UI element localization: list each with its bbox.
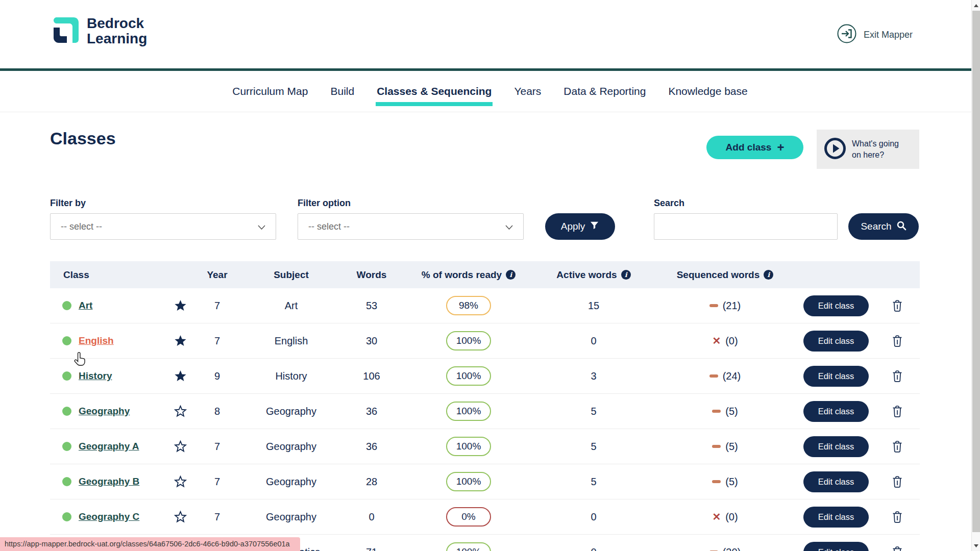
edit-class-button[interactable]: Edit class <box>803 507 869 528</box>
year-value: 7 <box>193 476 241 488</box>
class-link[interactable]: English <box>79 335 114 346</box>
scrollbar-thumb[interactable] <box>972 11 980 532</box>
star-outline-icon[interactable] <box>173 404 188 419</box>
class-link[interactable]: Geography <box>79 406 130 417</box>
ready-percent-badge: 100% <box>446 472 491 491</box>
edit-class-button[interactable]: Edit class <box>803 471 869 492</box>
class-link[interactable]: Art <box>79 300 92 311</box>
subject-value: English <box>241 335 341 347</box>
column-label: Class <box>63 269 89 281</box>
trash-icon[interactable] <box>874 440 920 454</box>
class-link[interactable]: Geography A <box>79 441 139 452</box>
nav-tab-curriculum-map[interactable]: Curriculum Map <box>232 85 308 97</box>
status-dot <box>62 301 71 310</box>
ready-percent-badge: 100% <box>446 366 491 386</box>
trash-icon[interactable] <box>874 510 920 524</box>
add-class-button[interactable]: Add class + <box>706 136 803 159</box>
star-outline-icon[interactable] <box>173 474 188 489</box>
whats-going-on-label: What's going on here? <box>852 138 899 160</box>
filter-by-select[interactable]: -- select -- <box>50 213 276 240</box>
status-dot <box>62 512 71 521</box>
exit-icon <box>837 23 857 46</box>
table-row: English7English30100%0✕(0)Edit class <box>50 323 920 359</box>
exit-mapper-button[interactable]: Exit Mapper <box>837 23 913 46</box>
sequenced-count: (5) <box>725 476 738 488</box>
sequenced-count: (0) <box>725 511 738 523</box>
column-header-class: Class <box>50 269 193 281</box>
trash-icon[interactable] <box>874 405 920 418</box>
table-row: History9History106100%3(24)Edit class <box>50 359 920 394</box>
sequenced-count: (5) <box>725 441 738 453</box>
edit-class-button[interactable]: Edit class <box>803 331 869 352</box>
words-value: 28 <box>341 476 402 488</box>
page-scrollbar[interactable] <box>971 0 980 551</box>
sequenced-dash-icon <box>712 480 721 483</box>
column-header-subject: Subject <box>241 269 341 281</box>
year-value: 7 <box>193 511 241 523</box>
star-filled-icon[interactable] <box>173 368 188 384</box>
scroll-up-arrow[interactable] <box>972 1 980 10</box>
class-cell: Geography A <box>50 441 167 452</box>
info-icon[interactable]: i <box>764 270 773 280</box>
edit-class-button[interactable]: Edit class <box>803 366 869 387</box>
class-link[interactable]: Geography C <box>79 511 139 522</box>
active-words-value: 5 <box>535 406 652 417</box>
class-cell: English <box>50 335 167 346</box>
table-header-row: ClassYearSubjectWords% of words readyiAc… <box>50 261 920 288</box>
star-outline-icon[interactable] <box>173 439 188 454</box>
search-input[interactable] <box>654 213 838 240</box>
class-cell: Geography <box>50 406 167 417</box>
nav-tab-classes-sequencing[interactable]: Classes & Sequencing <box>377 85 492 97</box>
sequenced-count: (30) <box>723 546 741 551</box>
apply-button[interactable]: Apply <box>545 213 615 240</box>
trash-icon[interactable] <box>874 545 920 551</box>
column-label: % of words ready <box>422 269 502 281</box>
trash-icon[interactable] <box>874 475 920 489</box>
words-value: 71 <box>341 546 402 551</box>
star-filled-icon[interactable] <box>173 298 188 313</box>
filter-by-value: -- select -- <box>61 221 102 232</box>
sequenced-words-cell: ✕(0) <box>652 335 798 347</box>
class-link[interactable]: History <box>79 370 112 382</box>
table-row: Geography8Geography36100%5(5)Edit class <box>50 394 920 429</box>
active-words-value: 0 <box>535 546 652 551</box>
trash-icon[interactable] <box>874 334 920 348</box>
add-class-label: Add class <box>726 142 772 153</box>
status-dot <box>62 442 71 451</box>
scroll-down-arrow[interactable] <box>972 541 980 550</box>
column-header-words: Words <box>341 269 402 281</box>
search-button-label: Search <box>861 221 891 232</box>
active-words-value: 3 <box>535 370 652 382</box>
info-icon[interactable]: i <box>621 270 631 280</box>
trash-icon[interactable] <box>874 369 920 383</box>
class-link[interactable]: Geography B <box>79 476 139 487</box>
nav-tab-data-reporting[interactable]: Data & Reporting <box>564 85 646 97</box>
subject-value: Geography <box>241 476 341 488</box>
edit-class-button[interactable]: Edit class <box>803 542 869 551</box>
subject-value: History <box>241 370 341 382</box>
filter-option-select[interactable]: -- select -- <box>298 213 524 240</box>
words-value: 53 <box>341 300 402 312</box>
search-button[interactable]: Search <box>848 213 919 240</box>
edit-class-button[interactable]: Edit class <box>803 295 869 316</box>
nav-tab-knowledge-base[interactable]: Knowledge base <box>668 85 747 97</box>
year-value: 7 <box>193 441 241 453</box>
nav-tab-years[interactable]: Years <box>514 85 541 97</box>
search-label: Search <box>654 198 684 209</box>
sequenced-count: (0) <box>725 335 738 347</box>
subject-value: Art <box>241 300 341 312</box>
sequenced-dash-icon <box>709 374 718 378</box>
exit-label: Exit Mapper <box>864 30 913 40</box>
star-outline-icon[interactable] <box>173 509 188 524</box>
trash-icon[interactable] <box>874 299 920 313</box>
info-icon[interactable]: i <box>506 270 516 280</box>
whats-going-on-button[interactable]: What's going on here? <box>817 130 919 169</box>
words-value: 36 <box>341 406 402 417</box>
bedrock-logo[interactable]: Bedrock Learning <box>50 15 147 47</box>
column-label: Subject <box>274 269 309 281</box>
star-filled-icon[interactable] <box>173 333 188 348</box>
chevron-down-icon <box>258 221 265 232</box>
nav-tab-build[interactable]: Build <box>330 85 354 97</box>
edit-class-button[interactable]: Edit class <box>803 401 869 422</box>
edit-class-button[interactable]: Edit class <box>803 436 869 457</box>
